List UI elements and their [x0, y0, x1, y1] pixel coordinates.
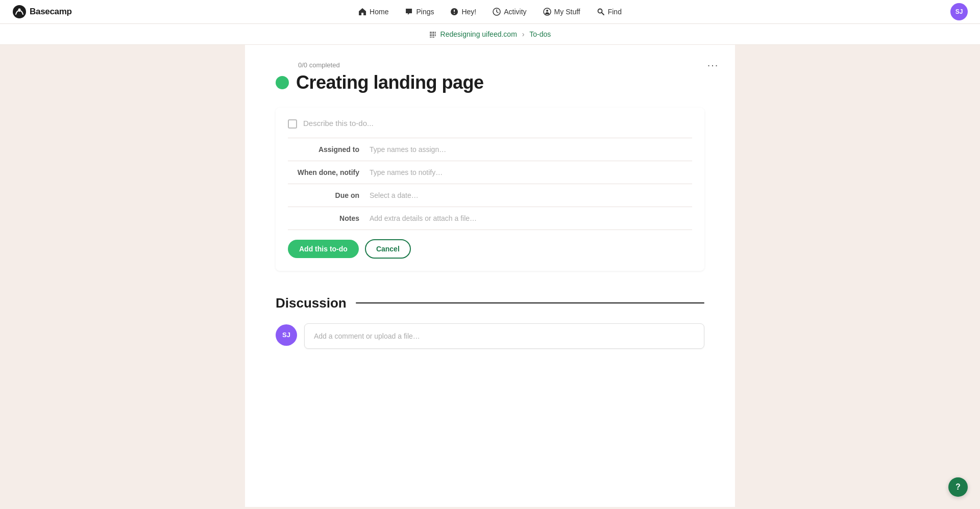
progress-info: 0/0 completed: [276, 61, 704, 69]
cancel-button[interactable]: Cancel: [365, 239, 411, 259]
svg-rect-10: [430, 34, 432, 36]
nav-home[interactable]: Home: [358, 8, 388, 16]
breadcrumb-separator: ›: [522, 30, 525, 38]
nav-center: Home Pings Hey! Activity My Stuff Find: [358, 8, 622, 16]
svg-rect-12: [435, 34, 436, 36]
comment-row: SJ: [276, 323, 704, 349]
user-avatar[interactable]: SJ: [950, 3, 968, 20]
form-actions: Add this to-do Cancel: [288, 230, 692, 259]
notes-row: Notes: [288, 207, 692, 230]
home-icon: [358, 8, 366, 16]
nav-activity[interactable]: Activity: [493, 8, 526, 16]
due-on-label: Due on: [288, 191, 370, 199]
svg-rect-7: [430, 32, 432, 34]
todo-description-row: [288, 118, 692, 138]
comment-input[interactable]: [314, 332, 695, 340]
add-todo-form: Assigned to When done, notify Due on Not…: [276, 108, 704, 271]
svg-rect-11: [432, 34, 434, 36]
todo-list-title: Creating landing page: [276, 72, 704, 93]
commenter-avatar: SJ: [276, 324, 297, 346]
due-on-input[interactable]: [370, 191, 692, 199]
mystuff-icon: [543, 8, 551, 16]
discussion-divider: [356, 302, 704, 303]
grid-icon: [429, 31, 436, 38]
assigned-to-row: Assigned to: [288, 138, 692, 161]
svg-rect-14: [432, 37, 434, 38]
comment-input-box[interactable]: [304, 323, 704, 349]
discussion-title: Discussion: [276, 295, 347, 311]
due-on-row: Due on: [288, 184, 692, 207]
top-nav: Basecamp Home Pings Hey! Activity My Stu…: [0, 0, 980, 24]
notify-row: When done, notify: [288, 161, 692, 184]
find-icon: [597, 8, 605, 16]
content-wrapper: ··· 0/0 completed Creating landing page …: [245, 45, 735, 507]
breadcrumb-section-link[interactable]: To-dos: [529, 30, 551, 38]
pings-icon: [405, 8, 413, 16]
nav-mystuff[interactable]: My Stuff: [543, 8, 580, 16]
add-todo-button[interactable]: Add this to-do: [288, 240, 359, 258]
assigned-to-label: Assigned to: [288, 145, 370, 154]
svg-rect-9: [435, 32, 436, 34]
breadcrumb-project-link[interactable]: Redesigning uifeed.com: [440, 30, 517, 38]
nav-pings[interactable]: Pings: [405, 8, 434, 16]
discussion-section: Discussion SJ: [276, 295, 704, 349]
nav-right: SJ: [950, 3, 968, 20]
svg-point-4: [546, 10, 548, 12]
brand-name: Basecamp: [30, 7, 72, 17]
assigned-to-input[interactable]: [370, 145, 692, 154]
nav-left: Basecamp: [12, 5, 72, 19]
todo-description-input[interactable]: [303, 118, 692, 130]
svg-point-1: [18, 9, 21, 11]
notify-label: When done, notify: [288, 168, 370, 176]
svg-rect-8: [432, 32, 434, 34]
svg-point-5: [598, 9, 602, 13]
breadcrumb-bar: Redesigning uifeed.com › To-dos: [0, 24, 980, 45]
activity-icon: [493, 8, 501, 16]
nav-find[interactable]: Find: [597, 8, 622, 16]
hey-icon: [450, 8, 458, 16]
todo-checkbox[interactable]: [288, 119, 297, 129]
more-options-button[interactable]: ···: [703, 55, 723, 74]
nav-hey[interactable]: Hey!: [450, 8, 476, 16]
svg-line-6: [602, 13, 604, 15]
basecamp-logo-icon: [12, 5, 27, 19]
help-button[interactable]: ?: [948, 477, 968, 497]
todo-list-name: Creating landing page: [296, 72, 484, 93]
notify-input[interactable]: [370, 168, 692, 176]
svg-rect-13: [430, 37, 432, 38]
notes-input[interactable]: [370, 214, 692, 222]
status-indicator: [276, 76, 289, 89]
notes-label: Notes: [288, 214, 370, 222]
discussion-header: Discussion: [276, 295, 704, 311]
